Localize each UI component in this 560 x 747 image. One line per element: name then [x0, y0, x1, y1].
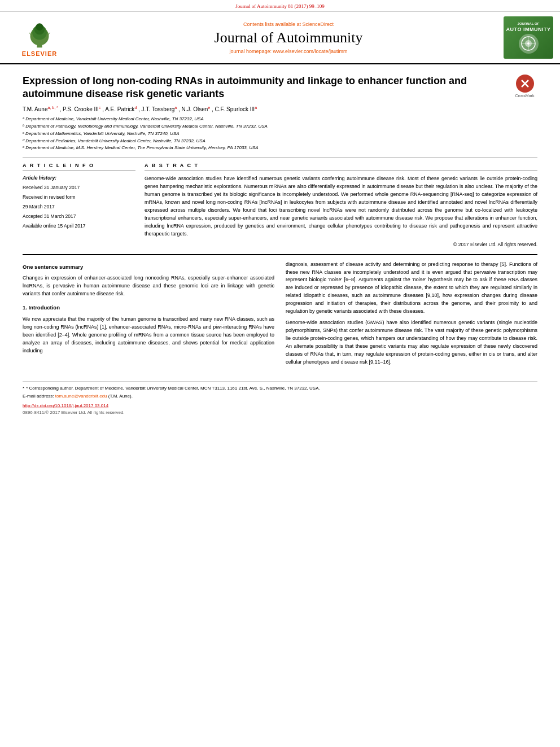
affiliation-item: c Department of Mathematics, Vanderbilt … — [23, 130, 537, 138]
author-tossberg: , J.T. Tossberg — [138, 106, 174, 112]
received-date: Received 31 January 2017 — [23, 183, 135, 193]
right-col-para2: Genome-wide association studies (GWAS) h… — [286, 319, 537, 366]
affiliation-item: d Department of Pediatrics, Vanderbilt U… — [23, 138, 537, 145]
author-aune: T.M. Aune — [23, 106, 47, 112]
affiliation-item: b Department of Pathology, Microbiology … — [23, 123, 537, 130]
abstract-text: Genome-wide association studies have ide… — [145, 175, 537, 238]
footnote-email[interactable]: tom.aune@vanderbilt.edu — [55, 394, 107, 399]
affiliation-item: a Department of Medicine, Vanderbilt Uni… — [23, 116, 537, 123]
footnote-star-text: * Corresponding author. Department of Me… — [26, 385, 320, 392]
article-title-section: Expression of long non-coding RNAs in au… — [23, 70, 537, 101]
article-title: Expression of long non-coding RNAs in au… — [23, 75, 506, 101]
journal-reference: Journal of Autoimmunity 81 (2017) 99–109 — [235, 3, 325, 9]
article-body: Expression of long non-coding RNAs in au… — [0, 64, 560, 421]
copyright-line: © 2017 Elsevier Ltd. All rights reserved… — [145, 242, 537, 247]
footnote-email-person: (T.M. Aune). — [108, 394, 133, 399]
abstract-title: A B S T R A C T — [145, 163, 537, 171]
divider-2 — [23, 254, 537, 255]
received-revised-label: Received in revised form — [23, 193, 135, 202]
sciencedirect-link-text[interactable]: ScienceDirect — [303, 21, 334, 27]
intro-para-1: We now appreciate that the majority of t… — [23, 316, 274, 355]
accepted-date: Accepted 31 March 2017 — [23, 212, 135, 221]
author-olsen: , N.J. Olsen — [178, 106, 208, 112]
doi-link[interactable]: http://dx.doi.org/10.1016/j.jaut.2017.03… — [23, 403, 537, 408]
journal-header: ELSEVIER Contents lists available at Sci… — [0, 12, 560, 64]
affiliation-item: e Department of Medicine, M.S. Hershey M… — [23, 145, 537, 152]
crossmark-badge[interactable] — [516, 75, 534, 93]
journal-title-header: Journal of Autoimmunity — [79, 29, 498, 46]
one-sentence-summary-text: Changes in expression of enhancer-associ… — [23, 274, 274, 298]
abstract-column: A B S T R A C T Genome-wide association … — [145, 163, 537, 247]
homepage-url[interactable]: www.elsevier.com/locate/jautimm — [273, 49, 348, 54]
autoimmunity-logo-section: JOURNAL OF AUTO IMMUNITY — [504, 16, 554, 59]
footer-section: * * Corresponding author. Department of … — [23, 381, 537, 415]
crossmark-label: CrossMark — [515, 94, 535, 98]
journal-reference-bar: Journal of Autoimmunity 81 (2017) 99–109 — [0, 0, 560, 12]
available-online-date: Available online 15 April 2017 — [23, 221, 135, 231]
received-revised-date: 29 March 2017 — [23, 202, 135, 212]
article-info-column: A R T I C L E I N F O Article history: R… — [23, 163, 135, 247]
divider-1 — [23, 158, 537, 158]
one-sentence-summary-heading: One sentence summary — [23, 263, 274, 272]
issn-line: 0896-8411/© 2017 Elsevier Ltd. All right… — [23, 410, 537, 415]
footnote-email-label: E-mail address: — [23, 394, 54, 399]
journal-homepage-line: journal homepage: www.elsevier.com/locat… — [79, 49, 498, 54]
right-col-para1: diagnosis, assessment of disease activit… — [286, 261, 537, 316]
article-info-abstract-section: A R T I C L E I N F O Article history: R… — [23, 163, 537, 247]
article-history-dates: Received 31 January 2017 Received in rev… — [23, 183, 135, 231]
article-history-label: Article history: — [23, 175, 135, 181]
introduction-heading: 1. Introduction — [23, 304, 274, 312]
affiliations-section: a Department of Medicine, Vanderbilt Uni… — [23, 116, 537, 152]
authors-line: T.M. Aunea, b, * , P.S. Crooke IIIc , A.… — [23, 106, 537, 112]
elsevier-wordmark: ELSEVIER — [22, 50, 57, 57]
article-info-title: A R T I C L E I N F O — [23, 163, 135, 171]
sciencedirect-line: Contents lists available at ScienceDirec… — [79, 21, 498, 27]
svg-point-4 — [36, 23, 43, 30]
author-patrick: , A.E. Patrick — [102, 106, 134, 112]
author-spurlock: , C.F. Spurlock III — [212, 106, 255, 112]
author-crooke: , P.S. Crooke III — [60, 106, 99, 112]
autoimmunity-logo: JOURNAL OF AUTO IMMUNITY — [504, 16, 553, 59]
body-two-col: One sentence summary Changes in expressi… — [23, 261, 537, 370]
footnote-corresponding: * * Corresponding author. Department of … — [23, 385, 537, 400]
elsevier-logo-section: ELSEVIER — [6, 18, 73, 57]
journal-header-center: Contents lists available at ScienceDirec… — [79, 21, 498, 54]
crossmark-section: CrossMark — [512, 75, 537, 98]
body-right-col: diagnosis, assessment of disease activit… — [286, 261, 537, 370]
body-left-col: One sentence summary Changes in expressi… — [23, 261, 274, 370]
